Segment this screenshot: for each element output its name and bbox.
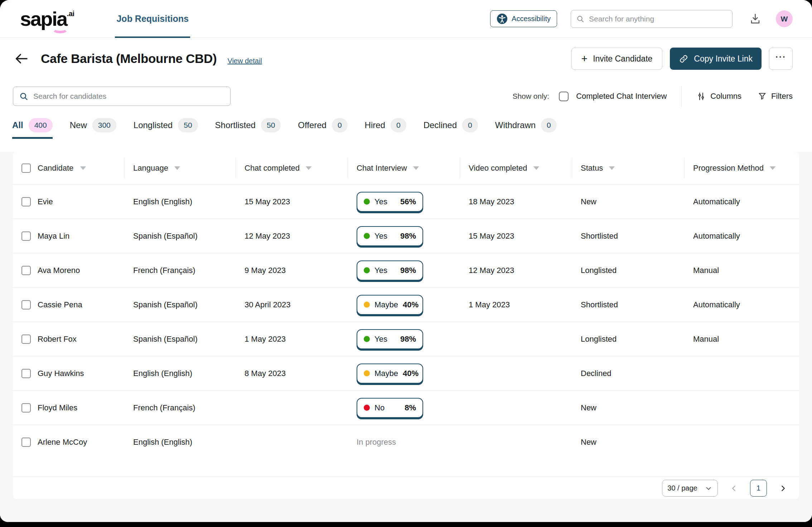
sort-caret-icon[interactable] bbox=[413, 166, 419, 170]
cell-status: New bbox=[572, 438, 684, 447]
candidate-search-input[interactable] bbox=[33, 92, 224, 101]
back-button[interactable] bbox=[14, 51, 29, 67]
avatar[interactable]: W bbox=[776, 10, 793, 27]
next-page-button[interactable] bbox=[777, 482, 789, 494]
table-row[interactable]: Ava MorenoFrench (Français)9 May 2023Yes… bbox=[13, 253, 799, 288]
download-button[interactable] bbox=[749, 13, 762, 25]
table-row[interactable]: Robert FoxSpanish (Español)1 May 2023Yes… bbox=[13, 322, 799, 356]
filter-controls: Show only: Completed Chat Interview Colu… bbox=[512, 86, 793, 107]
row-checkbox[interactable] bbox=[21, 369, 31, 378]
row-checkbox[interactable] bbox=[21, 300, 31, 309]
interview-in-progress: In progress bbox=[348, 438, 396, 447]
chat-interview-pill[interactable]: Yes56% bbox=[357, 192, 423, 212]
cell-language: English (English) bbox=[124, 369, 236, 378]
sapia-logo[interactable]: sapia .ai bbox=[20, 9, 74, 29]
sort-caret-icon[interactable] bbox=[80, 166, 86, 170]
tab-label: Declined bbox=[424, 120, 457, 130]
candidate-name: Robert Fox bbox=[38, 335, 77, 344]
page-size-select[interactable]: 30 / page bbox=[662, 480, 718, 497]
plus-icon: + bbox=[581, 53, 588, 64]
tab-all[interactable]: All400 bbox=[12, 116, 53, 139]
filter-row: Show only: Completed Chat Interview Colu… bbox=[13, 87, 793, 106]
cell-candidate: Arlene McCoy bbox=[13, 438, 124, 447]
row-checkbox[interactable] bbox=[21, 335, 31, 344]
sort-caret-icon[interactable] bbox=[306, 166, 311, 170]
more-actions-button[interactable]: ··· bbox=[769, 48, 793, 70]
tab-hired[interactable]: Hired0 bbox=[365, 116, 406, 139]
table-row[interactable]: Maya LinSpanish (Español)12 May 2023Yes9… bbox=[13, 219, 799, 253]
chat-interview-pill[interactable]: Yes98% bbox=[357, 226, 423, 246]
header-label: Chat completed bbox=[245, 164, 300, 173]
header-status: Status bbox=[572, 152, 684, 184]
sort-caret-icon[interactable] bbox=[609, 166, 615, 170]
tab-count-badge: 0 bbox=[391, 118, 406, 132]
cell-language: French (Français) bbox=[124, 403, 236, 413]
global-search-input[interactable] bbox=[589, 15, 727, 23]
cell-status: Shortlisted bbox=[572, 300, 684, 309]
sort-caret-icon[interactable] bbox=[533, 166, 539, 170]
sort-caret-icon[interactable] bbox=[770, 166, 775, 170]
tab-declined[interactable]: Declined0 bbox=[424, 116, 478, 139]
cell-chat-completed: 15 May 2023 bbox=[236, 197, 348, 206]
completed-chat-label: Completed Chat Interview bbox=[576, 92, 667, 101]
cell-chat-interview: Yes56% bbox=[348, 192, 460, 212]
green-dot-icon bbox=[364, 336, 370, 342]
table-row[interactable]: Floyd MilesFrench (Français)No8%New bbox=[13, 391, 799, 425]
cell-video-completed: 1 May 2023 bbox=[460, 300, 572, 309]
chat-interview-pill[interactable]: Yes98% bbox=[357, 260, 423, 280]
global-search bbox=[571, 10, 733, 28]
filters-button[interactable]: Filters bbox=[758, 92, 793, 101]
cell-candidate: Guy Hawkins bbox=[13, 369, 124, 378]
chevron-left-icon bbox=[729, 484, 739, 493]
row-checkbox[interactable] bbox=[21, 231, 31, 241]
tab-longlisted[interactable]: Longlisted50 bbox=[134, 116, 198, 139]
show-only-label: Show only: bbox=[512, 92, 549, 101]
tab-new[interactable]: New300 bbox=[70, 116, 116, 139]
chat-interview-pill[interactable]: Maybe40% bbox=[357, 295, 423, 315]
tab-count-badge: 0 bbox=[332, 118, 348, 132]
cell-candidate: Robert Fox bbox=[13, 335, 124, 344]
tab-label: All bbox=[12, 120, 23, 130]
green-dot-icon bbox=[364, 233, 370, 239]
view-detail-link[interactable]: View detail bbox=[227, 57, 262, 65]
accessibility-button[interactable]: Accessibility bbox=[490, 10, 557, 27]
row-checkbox[interactable] bbox=[21, 438, 31, 447]
table-row[interactable]: Guy HawkinsEnglish (English)8 May 2023Ma… bbox=[13, 356, 799, 391]
nav-job-requisitions[interactable]: Job Requisitions bbox=[116, 0, 188, 38]
columns-button[interactable]: Columns bbox=[696, 92, 741, 101]
sort-caret-icon[interactable] bbox=[174, 166, 180, 170]
table-row[interactable]: Cassie PenaSpanish (Español)30 April 202… bbox=[13, 288, 799, 322]
copy-invite-link-button[interactable]: Copy Invite Link bbox=[670, 48, 762, 70]
cell-candidate: Floyd Miles bbox=[13, 403, 124, 413]
header-label: Status bbox=[581, 164, 603, 173]
header-language: Language bbox=[124, 152, 236, 184]
invite-candidate-button[interactable]: + Invite Candidate bbox=[571, 48, 663, 70]
chat-interview-pill[interactable]: No8% bbox=[357, 398, 423, 418]
table-row[interactable]: Arlene McCoyEnglish (English)In progress… bbox=[13, 425, 799, 459]
row-checkbox[interactable] bbox=[21, 197, 31, 206]
filters-label: Filters bbox=[771, 92, 793, 101]
tab-count-badge: 300 bbox=[92, 118, 116, 132]
tab-shortlisted[interactable]: Shortlisted50 bbox=[215, 116, 281, 139]
tab-count-badge: 0 bbox=[462, 118, 478, 132]
header-label: Language bbox=[133, 164, 168, 173]
vertical-divider bbox=[681, 86, 682, 107]
cell-chat-completed: 1 May 2023 bbox=[236, 335, 348, 344]
tab-label: Withdrawn bbox=[495, 120, 536, 130]
columns-label: Columns bbox=[710, 92, 741, 101]
row-checkbox[interactable] bbox=[21, 266, 31, 275]
tab-offered[interactable]: Offered0 bbox=[298, 116, 347, 139]
tab-withdrawn[interactable]: Withdrawn0 bbox=[495, 116, 557, 139]
row-checkbox[interactable] bbox=[21, 403, 31, 413]
red-dot-icon bbox=[364, 405, 370, 411]
current-page-button[interactable]: 1 bbox=[750, 480, 767, 497]
completed-chat-checkbox[interactable] bbox=[559, 92, 569, 101]
prev-page-button[interactable] bbox=[728, 482, 740, 494]
logo-suffix: .ai bbox=[67, 10, 74, 18]
tab-count-badge: 50 bbox=[261, 118, 281, 132]
table-row[interactable]: EvieEnglish (English)15 May 2023Yes56%18… bbox=[13, 185, 799, 219]
link-icon bbox=[679, 54, 688, 64]
chat-interview-pill[interactable]: Maybe40% bbox=[357, 363, 423, 384]
select-all-checkbox[interactable] bbox=[21, 164, 31, 173]
chat-interview-pill[interactable]: Yes98% bbox=[357, 329, 423, 349]
